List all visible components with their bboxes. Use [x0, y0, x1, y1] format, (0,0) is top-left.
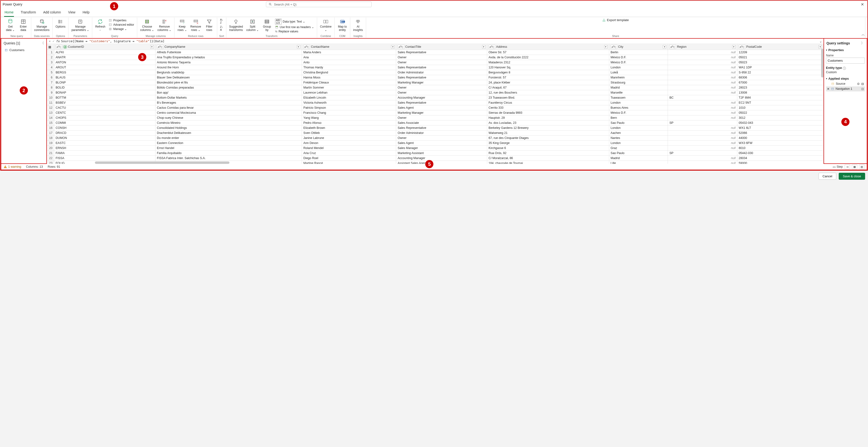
table-row[interactable]: 21FAMIAFamilia ArquibaldoAria CruzMarket… [47, 151, 824, 156]
cell[interactable]: 8010 [737, 146, 823, 151]
cell[interactable]: Diego Roel [302, 156, 396, 161]
cell[interactable]: Frédérique Citeaux [302, 80, 396, 85]
cell[interactable]: Sierras de Granada 9993 [487, 110, 609, 115]
cell[interactable]: Eastern Connection [155, 141, 302, 146]
cell[interactable]: Marketing Manager [396, 110, 487, 115]
cell[interactable]: BONAP [54, 90, 155, 95]
cell[interactable]: Blondesddsl père et fils [155, 80, 302, 85]
table-row[interactable]: 10BOTTMBottom-Dollar MarketsElizabeth Li… [47, 95, 824, 100]
save-close-button[interactable]: Save & close [839, 173, 865, 180]
cell[interactable]: Nantes [609, 136, 668, 141]
cell[interactable]: Around the Horn [155, 65, 302, 70]
table-row[interactable]: 16CONSHConsolidated HoldingsElizabeth Br… [47, 126, 824, 131]
cell[interactable]: Yang Wang [302, 115, 396, 121]
cell[interactable]: Berguvsvägen 8 [487, 70, 609, 75]
table-row[interactable]: 8BOLIDBólido Comidas preparadasMartín So… [47, 85, 824, 90]
row-number[interactable]: 10 [47, 95, 54, 100]
cell[interactable]: Madrid [609, 156, 668, 161]
table-row[interactable]: 22FISSAFISSA Fabrica Inter. Salchichas S… [47, 156, 824, 161]
cell[interactable]: Accounting Manager [396, 95, 487, 100]
cell[interactable]: Du monde entier [155, 136, 302, 141]
cell[interactable]: Mannheim [609, 75, 668, 80]
cell[interactable]: BOLID [54, 85, 155, 90]
cell[interactable]: Madrid [609, 85, 668, 90]
tab-help[interactable]: Help [82, 9, 90, 17]
cell[interactable]: S-958 22 [737, 70, 823, 75]
cell[interactable]: Sales Associate [396, 121, 487, 126]
cell[interactable]: null [668, 141, 737, 146]
step-menu-icon[interactable]: ⊟ [861, 82, 864, 85]
cell[interactable]: null [668, 161, 737, 164]
cell[interactable]: BLONP [54, 80, 155, 85]
manage-connections-button[interactable]: Manage connections [33, 18, 51, 32]
row-number[interactable]: 9 [47, 90, 54, 95]
table-row[interactable]: 12CACTUCactus Comidas para llevarPatrici… [47, 105, 824, 110]
keep-rows-button[interactable]: Keep rows ⌄ [176, 18, 188, 32]
cell[interactable]: 59000 [737, 161, 823, 164]
properties-section[interactable]: Properties [826, 47, 865, 53]
cell[interactable]: Luleå [609, 70, 668, 75]
row-number[interactable]: 20 [47, 146, 54, 151]
table-row[interactable]: 19EASTCEastern ConnectionAnn DevonSales … [47, 141, 824, 146]
cell[interactable]: Comércio Mineiro [155, 121, 302, 126]
delete-step-icon[interactable]: ✕ [827, 87, 830, 91]
cell[interactable]: Owner [396, 136, 487, 141]
cell[interactable]: null [668, 131, 737, 136]
cell[interactable]: Owner [396, 55, 487, 60]
col-companyname[interactable]: ABCCompanyName▾ [155, 44, 302, 50]
cell[interactable]: CACTU [54, 105, 155, 110]
cell[interactable]: 67, rue des Cinquante Otages [487, 136, 609, 141]
cell[interactable]: Antonio Moreno Taquería [155, 60, 302, 65]
cell[interactable]: Bon app' [155, 90, 302, 95]
cell[interactable]: 44000 [737, 136, 823, 141]
cell[interactable]: 12, rue des Bouchers [487, 90, 609, 95]
cell[interactable]: Consolidated Holdings [155, 126, 302, 131]
cell[interactable]: Chop-suey Chinese [155, 115, 302, 121]
cell[interactable]: null [668, 110, 737, 115]
cell[interactable]: BERGS [54, 70, 155, 75]
cell[interactable]: Marseille [609, 90, 668, 95]
cell[interactable]: 68306 [737, 75, 823, 80]
cell[interactable]: Sales Representative [396, 100, 487, 105]
map-entity-button[interactable]: CDM Map to entity [337, 18, 348, 32]
cell[interactable]: CENTC [54, 110, 155, 115]
cell[interactable]: Tsawassen [609, 95, 668, 100]
cell[interactable]: Rua Orós, 92 [487, 151, 609, 156]
cell[interactable]: Assistant Sales Agent [396, 161, 487, 164]
cell[interactable]: Hauptstr. 29 [487, 115, 609, 121]
row-number[interactable]: 19 [47, 141, 54, 146]
table-row[interactable]: 18DUMONDu monde entierJanine LabruneOwne… [47, 136, 824, 141]
cell[interactable]: Forsterstr. 57 [487, 75, 609, 80]
cancel-button[interactable]: Cancel [818, 173, 836, 180]
table-row[interactable]: 9BONAPBon app'Laurence LebihanOwner12, r… [47, 90, 824, 95]
row-number[interactable]: 17 [47, 131, 54, 136]
cell[interactable]: Berlin [609, 50, 668, 55]
cell[interactable]: EC2 5NT [737, 100, 823, 105]
info-icon[interactable]: i [843, 67, 846, 70]
cell[interactable]: ERNSH [54, 146, 155, 151]
cell[interactable]: Bólido Comidas preparadas [155, 85, 302, 90]
applied-steps-section[interactable]: Applied steps [826, 76, 865, 81]
cell[interactable]: BSBEV [54, 100, 155, 105]
vertical-scrollbar[interactable] [821, 49, 824, 77]
row-number[interactable]: 15 [47, 121, 54, 126]
cell[interactable]: Francisco Chang [302, 110, 396, 115]
cell[interactable]: null [668, 146, 737, 151]
cell[interactable]: Berglunds snabbköp [155, 70, 302, 75]
cell[interactable]: WX1 6LT [737, 126, 823, 131]
col-region[interactable]: ABCRegion▾ [668, 44, 737, 50]
cell[interactable]: 05021 [737, 55, 823, 60]
cell[interactable]: BC [668, 95, 737, 100]
fx-icon[interactable]: fx [56, 39, 60, 43]
cell[interactable]: Av. dos Lusíadas, 23 [487, 121, 609, 126]
cell[interactable]: Marketing Assistant [396, 151, 487, 156]
data-type-button[interactable]: ABC123Data type: Text ⌄ [274, 19, 315, 25]
cell[interactable]: FISSA [54, 156, 155, 161]
cell[interactable]: Bottom-Dollar Markets [155, 95, 302, 100]
cell[interactable]: Elizabeth Brown [302, 126, 396, 131]
cell[interactable]: SP [668, 151, 737, 156]
cell[interactable]: Graz [609, 146, 668, 151]
cell[interactable]: Aachen [609, 131, 668, 136]
grid-view-button[interactable]: ▦ [852, 164, 857, 169]
cell[interactable]: Bern [609, 115, 668, 121]
